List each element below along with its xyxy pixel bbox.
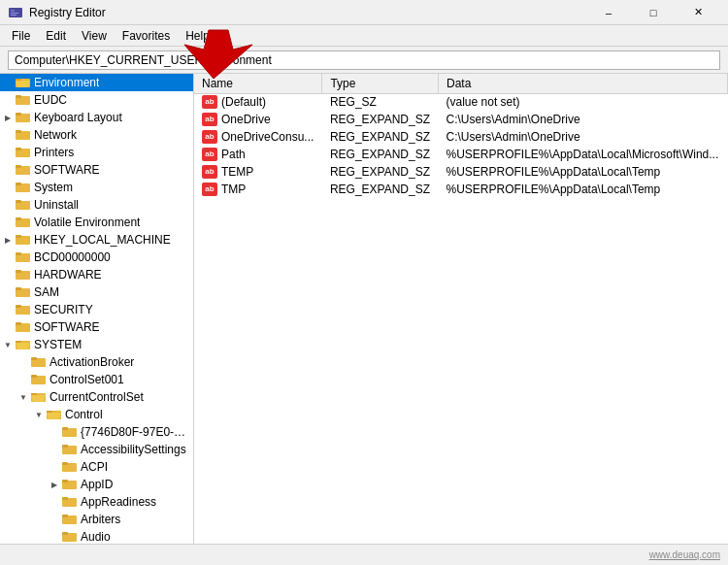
col-data: Data [439, 74, 728, 93]
table-row[interactable]: abPathREG_EXPAND_SZ%USERPROFILE%\AppData… [194, 146, 728, 163]
tree-item-security[interactable]: SECURITY [0, 301, 193, 318]
tree-item-sam[interactable]: SAM [0, 283, 193, 301]
toggle-bcd00000000[interactable] [0, 249, 16, 266]
tree-item-software2[interactable]: SOFTWARE [0, 318, 193, 336]
tree-item-activation-broker[interactable]: ActivationBroker [0, 353, 193, 371]
tree-item-system[interactable]: System [0, 179, 193, 196]
tree-item-volatile-environment[interactable]: Volatile Environment [0, 214, 193, 231]
cell-data: (value not set) [439, 93, 728, 111]
svg-rect-57 [62, 497, 68, 500]
tree-item-accessibility-settings[interactable]: AccessibilitySettings [0, 441, 193, 458]
toggle-sam[interactable] [0, 283, 16, 301]
folder-icon-security [16, 303, 31, 316]
toggle-environment[interactable] [0, 74, 16, 91]
table-row[interactable]: abOneDriveREG_EXPAND_SZC:\Users\Admin\On… [194, 111, 728, 128]
toggle-printers[interactable] [0, 144, 16, 161]
svg-rect-3 [11, 15, 17, 16]
svg-rect-32 [16, 305, 21, 308]
tree-item-appreadiness[interactable]: AppReadiness [0, 493, 193, 511]
toggle-currentcontrolset[interactable]: ▼ [16, 388, 31, 406]
toggle-system[interactable] [0, 179, 16, 196]
menu-item-edit[interactable]: Edit [38, 27, 74, 45]
folder-icon-environment [16, 76, 31, 89]
close-button[interactable]: ✕ [676, 0, 720, 25]
toggle-activation-broker[interactable] [16, 353, 31, 371]
maximize-button[interactable]: □ [631, 0, 676, 25]
tree-item-hkey-local-machine[interactable]: ▶ HKEY_LOCAL_MACHINE [0, 231, 193, 249]
minimize-button[interactable]: – [586, 0, 631, 25]
tree-item-7746[interactable]: {7746D80F-97E0-4E26-9543 [0, 423, 193, 441]
svg-rect-53 [62, 462, 68, 465]
tree-label-appreadiness: AppReadiness [81, 495, 156, 509]
toggle-security[interactable] [0, 301, 16, 318]
toggle-appreadiness[interactable] [47, 493, 62, 511]
cell-type: REG_SZ [322, 93, 439, 111]
toggle-control[interactable]: ▼ [31, 406, 47, 423]
table-row[interactable]: abTEMPREG_EXPAND_SZ%USERPROFILE%\AppData… [194, 163, 728, 181]
toggle-software2[interactable] [0, 318, 16, 336]
toggle-arbiters[interactable] [47, 511, 62, 528]
svg-rect-30 [16, 287, 21, 290]
address-input[interactable] [8, 50, 720, 70]
menu-item-help[interactable]: Help [178, 27, 217, 45]
cell-name: abOneDriveConsu... [194, 128, 322, 146]
tree-item-software[interactable]: SOFTWARE [0, 161, 193, 179]
toggle-hkey-local-machine[interactable]: ▶ [0, 231, 16, 249]
toggle-system2[interactable]: ▼ [0, 336, 16, 353]
toggle-network[interactable] [0, 126, 16, 144]
folder-icon-activation-broker [31, 355, 47, 369]
tree-item-hardware[interactable]: HARDWARE [0, 266, 193, 283]
folder-icon-software [16, 163, 31, 177]
folder-icon-software2 [16, 320, 31, 334]
folder-icon-keyboard-layout [16, 111, 31, 124]
toggle-audio[interactable] [47, 528, 62, 544]
cell-data: %USERPROFILE%\AppData\Local\Temp [439, 181, 728, 198]
tree-label-7746: {7746D80F-97E0-4E26-9543 [81, 425, 189, 439]
toggle-7746[interactable] [47, 423, 62, 441]
tree-label-uninstall: Uninstall [34, 198, 79, 212]
tree-item-control[interactable]: ▼ Control [0, 406, 193, 423]
tree-item-appid[interactable]: ▶ AppID [0, 476, 193, 493]
table-row[interactable]: ab(Default)REG_SZ(value not set) [194, 93, 728, 111]
table-row[interactable]: abTMPREG_EXPAND_SZ%USERPROFILE%\AppData\… [194, 181, 728, 198]
tree-label-hkey-local-machine: HKEY_LOCAL_MACHINE [34, 233, 171, 247]
tree-item-acpi[interactable]: ACPI [0, 458, 193, 476]
svg-marker-47 [47, 413, 61, 419]
tree-item-currentcontrolset[interactable]: ▼ CurrentControlSet [0, 388, 193, 406]
tree-label-sam: SAM [34, 285, 59, 299]
values-table: Name Type Data ab(Default)REG_SZ(value n… [194, 74, 728, 198]
reg-value-icon: ab [202, 95, 217, 109]
toggle-eudc[interactable] [0, 91, 16, 109]
tree-label-arbiters: Arbiters [81, 513, 120, 526]
menu-item-view[interactable]: View [74, 27, 115, 45]
table-row[interactable]: abOneDriveConsu...REG_EXPAND_SZC:\Users\… [194, 128, 728, 146]
folder-icon-currentcontrolset [31, 390, 47, 404]
tree-item-environment[interactable]: Environment [0, 74, 193, 91]
toggle-volatile-environment[interactable] [0, 214, 16, 231]
toggle-hardware[interactable] [0, 266, 16, 283]
tree-item-audio[interactable]: Audio [0, 528, 193, 544]
toggle-appid[interactable]: ▶ [47, 476, 62, 493]
menu-item-favorites[interactable]: Favorites [115, 27, 178, 45]
menu-bar: FileEditViewFavoritesHelp [0, 25, 728, 47]
folder-icon-system [16, 181, 31, 194]
tree-item-arbiters[interactable]: Arbiters [0, 511, 193, 528]
tree-item-uninstall[interactable]: Uninstall [0, 196, 193, 214]
tree-item-eudc[interactable]: EUDC [0, 91, 193, 109]
tree-item-printers[interactable]: Printers [0, 144, 193, 161]
tree-item-system2[interactable]: ▼ SYSTEM [0, 336, 193, 353]
tree-item-network[interactable]: Network [0, 126, 193, 144]
toggle-acpi[interactable] [47, 458, 62, 476]
folder-icon-appid [62, 478, 78, 491]
toggle-keyboard-layout[interactable]: ▶ [0, 109, 16, 126]
tree-item-keyboard-layout[interactable]: ▶ Keyboard Layout [0, 109, 193, 126]
menu-item-file[interactable]: File [4, 27, 38, 45]
cell-name: ab(Default) [194, 93, 322, 111]
tree-item-bcd00000000[interactable]: BCD00000000 [0, 249, 193, 266]
tree-item-controlset001[interactable]: ControlSet001 [0, 371, 193, 388]
toggle-accessibility-settings[interactable] [47, 441, 62, 458]
folder-icon-uninstall [16, 198, 31, 212]
toggle-controlset001[interactable] [16, 371, 31, 388]
toggle-software[interactable] [0, 161, 16, 179]
toggle-uninstall[interactable] [0, 196, 16, 214]
